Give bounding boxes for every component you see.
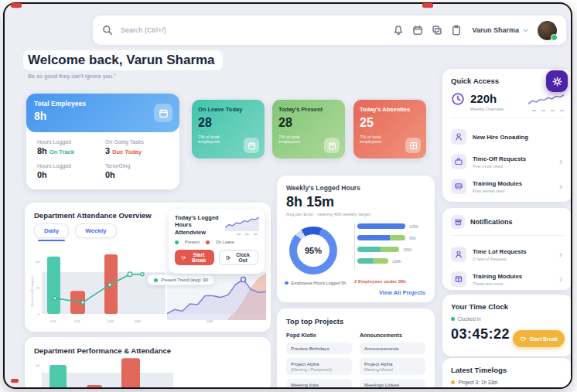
time-clock-title: Your Time Clock [451,302,564,311]
list-item[interactable]: Project Alpha(Meeting / Postponed) [286,358,352,375]
chevron-right-icon: › [559,181,562,192]
donut-center-label: 95% [297,234,329,267]
donut-legend: Employees Hours Logged 5h [285,281,346,285]
under-hours-warning: 2 Employees under 36h [354,279,406,284]
weekly-hours-subtitle: Avg per Emp · nearing 40h weekly target [286,212,370,216]
svg-text:50: 50 [36,363,39,367]
overlay-title-2: Attendview [175,229,206,236]
legend-label: On Leave [216,240,234,244]
clipboard-icon[interactable] [451,25,462,36]
grid-chip [405,138,421,153]
user-menu[interactable]: Varun Sharma [470,26,529,34]
metric-cell: On Going Tasks 3Due Today [105,139,169,155]
sparkline-ticks [528,110,564,111]
metric-cell: TenorGing 0h [105,163,169,179]
metric-label: Hours Logged [37,163,101,169]
list-item[interactable]: Meetings Linked [360,379,425,389]
projects-column: Popd Klotle Preview Birthdays Project Al… [286,332,352,389]
top-projects-panel: Top top Projects Popd Klotle Preview Bir… [277,308,435,389]
timelog-item[interactable]: Project 3: 1h 33m [451,380,564,385]
tab-daily[interactable]: Daily [34,223,69,238]
grid-icon [410,142,416,148]
svg-text:D63: D63 [207,319,213,323]
quick-access-item-training[interactable]: Training Modules Post review feed › [451,174,564,199]
person-icon [451,129,466,145]
clock-icon [451,92,465,106]
page-subtitle: Be so good they can't ignore you." [28,73,223,80]
bell-icon[interactable] [393,25,404,36]
metric-cell: Hours Logged 8hOn Track [37,139,101,155]
app-window: Varun Sharma Welcome back, Varun Sharma … [3,2,572,389]
chart-tooltip: Present Trend (avg): 90 [147,274,215,285]
copy-icon[interactable] [432,25,442,36]
coffee-cup-icon [181,254,186,261]
chevron-right-icon: › [559,249,562,260]
column-header: Popd Klotle [286,332,352,338]
performance-panel: Department Performance & Attendance 50 [25,337,271,389]
list-item[interactable]: Preview Birthdays [286,343,352,354]
chevron-down-icon [522,27,529,34]
metric-label: Hours Logged [37,139,101,145]
logged-hours-overlay-card: Today's Logged HoursAttendview Present O… [169,209,265,274]
hours-donut-chart: 95% [289,227,337,274]
search-bar[interactable] [102,25,393,36]
attendance-bar-line-chart: 50250D01D41D43D60Number of Employees [29,243,167,326]
start-break-button[interactable]: Start Break [513,330,565,347]
svg-text:25: 25 [36,286,39,290]
coffee-cup-icon [520,336,527,343]
box-icon [451,271,466,287]
status-dot [451,317,455,321]
list-item[interactable]: Meeting links [286,379,352,389]
project-hours-bar: 96h [357,235,418,240]
start-break-label: Start Break [189,252,208,263]
page-title: Welcome back, Varun Sharma [23,50,223,70]
user-name: Varun Sharma [472,26,519,34]
notifications-title: Notifications [470,218,513,226]
view-all-projects-link[interactable]: View All Projects [379,289,425,296]
quick-access-item-timeoff[interactable]: Time-Off Requests Few more need › [451,149,564,174]
person-icon [451,247,466,262]
avatar[interactable] [538,21,557,40]
legend-label: Present [185,240,200,244]
total-employees-header: Total Employees 8h [26,94,179,132]
clock-out-button[interactable]: Clock Out [219,250,258,265]
project-hours-bar: 150h [357,247,418,252]
divider [451,235,564,236]
chevron-right-icon: › [559,156,562,167]
search-icon [102,25,113,36]
column-header: Announcements [360,332,425,338]
tooltip-text: Present Trend (avg): 90 [161,278,208,282]
svg-text:D60: D60 [135,319,141,323]
calendar-icon[interactable] [412,25,423,36]
status-label: Clocked in [458,316,481,322]
tab-weekly[interactable]: Weekly [75,223,116,238]
metric-value: 0h [105,170,169,179]
calendar-icon [248,142,254,148]
weekly-overview-label: Weekly Overview [470,107,504,111]
metric-label: TenorGing [105,163,169,169]
welcome-header: Welcome back, Varun Sharma Be so good th… [23,50,223,80]
search-input[interactable] [119,26,277,35]
quick-access-item-onboarding[interactable]: New Hire Onoading [451,124,564,149]
chevron-right-icon: › [559,274,562,285]
on-leave-card: On Leave Today 28 7% of total employees [192,100,265,159]
time-clock-panel: Your Time Clock Clocked in 03:45:22 Star… [442,295,572,356]
card-title: Today's Absenties [360,106,420,113]
overlay-sparkline-chart [225,214,259,231]
start-break-button[interactable]: Start Break [175,250,214,265]
notification-item-training[interactable]: Training Modules These are more › [451,267,564,291]
attendance-overview-panel: Department Attendance Overview Daily Wee… [25,203,271,332]
calendar-chip [244,138,259,153]
absent-card: Today's Absenties 25 7% of total employe… [353,100,426,159]
list-item[interactable]: Project AlphaMeeting Moved [360,358,425,375]
status-dot [451,380,455,384]
calendar-icon [329,142,335,148]
clock-status: Clocked in [451,316,564,322]
list-item[interactable]: Announcements [360,343,425,354]
metric-cell: Hours Logged 0h [37,163,101,179]
card-title: On Leave Today [198,106,258,113]
card-title: Today's Present [278,106,339,113]
notification-item-timeoff[interactable]: Time Lof Requests 2 new of Request › [451,242,564,267]
settings-fab[interactable] [546,70,568,92]
clock-out-label: Clock Out [234,252,251,263]
